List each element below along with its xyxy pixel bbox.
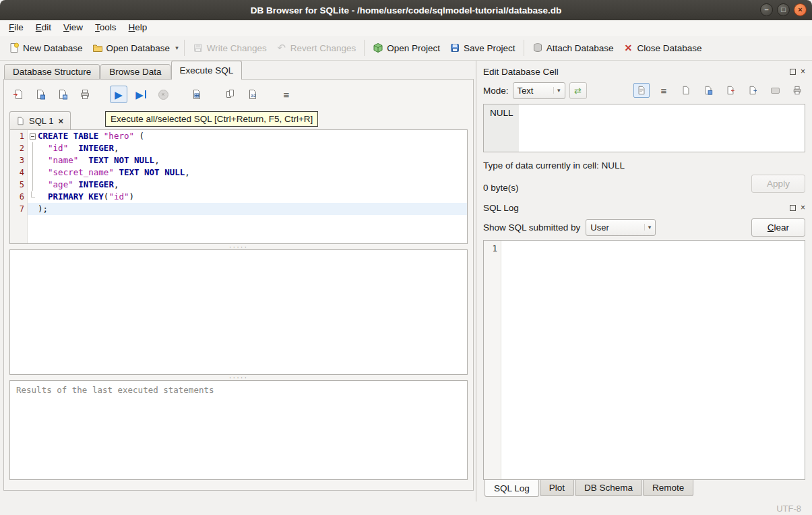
write-changes-button[interactable]: Write Changes [188, 40, 272, 56]
splitter-handle[interactable] [4, 244, 473, 249]
close-window-button[interactable]: × [794, 3, 807, 16]
save-file-cell-button[interactable] [700, 83, 716, 98]
revert-changes-icon: ↶ [276, 42, 287, 53]
swap-arrows-icon: ⇄ [574, 86, 582, 96]
splitter-handle[interactable] [4, 375, 473, 380]
execute-all-button[interactable]: ▶ [110, 86, 127, 103]
save-results-icon [191, 89, 202, 100]
toolbar-separator [364, 40, 365, 56]
close-tab-icon[interactable]: × [57, 116, 64, 126]
execute-line-button[interactable]: ▶ [132, 86, 150, 103]
menu-edit[interactable]: Edit [30, 20, 57, 36]
editor-line[interactable]: 3 "name" TEXT NOT NULL, [10, 154, 467, 166]
menu-file[interactable]: File [3, 20, 30, 36]
close-dock-icon[interactable]: × [801, 68, 805, 75]
tab-browse-data[interactable]: Browse Data [100, 64, 170, 80]
editor-line[interactable]: 5 "age" INTEGER, [10, 179, 467, 191]
tab-db-schema[interactable]: DB Schema [575, 480, 642, 496]
submitter-select[interactable]: User ▾ [586, 219, 656, 236]
copy-results-button[interactable] [222, 86, 239, 103]
sql-log-box[interactable]: 1 [483, 240, 805, 480]
editor-line[interactable]: 2 "id" INTEGER, [10, 142, 467, 154]
save-sql-as-button[interactable] [54, 86, 71, 103]
cell-type-info: Type of data currently in cell: NULL [483, 160, 805, 171]
print-cell-button[interactable] [789, 83, 805, 98]
stop-icon: × [158, 90, 168, 100]
import-cell-button[interactable] [722, 83, 739, 98]
line-number: 1 [10, 130, 28, 142]
open-database-button[interactable]: Open Database [88, 40, 175, 56]
save-project-button[interactable]: Save Project [445, 40, 520, 56]
edit-cell-header: Edit Database Cell × [483, 63, 805, 80]
close-database-button[interactable]: ✕ Close Database [618, 40, 706, 56]
tab-sql-log[interactable]: SQL Log [485, 480, 539, 497]
menu-view[interactable]: View [57, 20, 89, 36]
mode-select[interactable]: Text ▾ [513, 82, 565, 99]
submitter-value: User [590, 222, 608, 233]
auto-complete-button[interactable]: az [244, 86, 261, 103]
minimize-button[interactable]: – [760, 3, 773, 16]
tab-remote[interactable]: Remote [643, 480, 693, 496]
menu-tools[interactable]: Tools [89, 20, 123, 36]
set-null-button[interactable] [767, 83, 783, 98]
titlebar[interactable]: DB Browser for SQLite - /home/user/code/… [0, 0, 812, 20]
code-text: "secret_name" TEXT NOT NULL, [38, 166, 467, 179]
code-text: "name" TEXT NOT NULL, [38, 154, 467, 166]
word-wrap-icon: ≡ [284, 89, 290, 100]
save-results-button[interactable] [188, 86, 206, 103]
fold-marker[interactable] [28, 130, 38, 142]
fold-marker [28, 203, 38, 215]
open-sql-file-button[interactable] [9, 86, 27, 103]
sql-editor[interactable]: 1CREATE TABLE "hero" (2 "id" INTEGER,3 "… [9, 129, 468, 244]
cell-editor[interactable]: NULL [483, 104, 805, 152]
sql-tab-label: SQL 1 [29, 116, 53, 126]
cell-size-info: 0 byte(s) [483, 183, 519, 193]
sql-file-tab[interactable]: SQL 1 × [9, 111, 71, 129]
menu-help[interactable]: Help [123, 20, 154, 36]
mode-label: Mode: [483, 86, 509, 96]
word-wrap-cell-button[interactable]: ≡ [656, 83, 672, 98]
float-dock-icon[interactable] [790, 205, 796, 211]
close-database-icon: ✕ [623, 42, 633, 53]
open-project-button[interactable]: Open Project [368, 40, 445, 56]
export-cell-button[interactable] [745, 83, 761, 98]
tab-execute-sql[interactable]: Execute SQL [171, 61, 243, 80]
edit-cell-toolbar: Mode: Text ▾ ⇄ ≡ [483, 80, 805, 101]
auto-switch-mode-button[interactable]: ⇄ [569, 82, 587, 99]
attach-database-button[interactable]: Attach Database [528, 40, 619, 56]
editor-line[interactable]: 4 "secret_name" TEXT NOT NULL, [10, 166, 467, 179]
apply-button[interactable]: Apply [751, 175, 805, 193]
tab-database-structure[interactable]: Database Structure [4, 64, 100, 80]
new-database-button[interactable]: New Database [4, 40, 88, 56]
close-dock-icon[interactable]: × [801, 204, 805, 211]
open-database-dropdown-arrow[interactable]: ▾ [173, 40, 181, 55]
chevron-down-icon: ▾ [644, 224, 652, 231]
line-number: 4 [10, 166, 28, 179]
print-sql-button[interactable] [76, 86, 94, 103]
maximize-button[interactable]: □ [777, 3, 790, 16]
revert-changes-button[interactable]: ↶ Revert Changes [272, 40, 361, 56]
float-dock-icon[interactable] [790, 69, 796, 75]
word-wrap-button[interactable]: ≡ [278, 86, 295, 103]
execute-all-icon: ▶ [115, 90, 123, 100]
text-mode-button[interactable] [633, 83, 650, 98]
code-text: "age" INTEGER, [38, 179, 467, 191]
open-file-cell-button[interactable] [678, 83, 694, 98]
window-title: DB Browser for SQLite - /home/user/code/… [251, 5, 561, 16]
editor-line[interactable]: 1CREATE TABLE "hero" ( [10, 130, 467, 142]
code-text: ); [38, 203, 467, 215]
clear-button[interactable]: Clear [751, 218, 805, 237]
main-area: Database Structure Browse Data Execute S… [0, 61, 812, 502]
tab-plot[interactable]: Plot [540, 480, 574, 496]
code-text: CREATE TABLE "hero" ( [38, 130, 467, 142]
open-database-icon [92, 42, 103, 53]
mode-value: Text [518, 86, 534, 96]
editor-line[interactable]: 7); [10, 203, 467, 215]
editor-line[interactable]: 6 PRIMARY KEY("id") [10, 191, 467, 203]
export-data-icon [748, 86, 757, 95]
fold-marker [28, 166, 38, 179]
save-sql-file-button[interactable] [32, 86, 49, 103]
stop-button[interactable]: × [154, 86, 172, 103]
save-sql-as-icon [57, 89, 68, 100]
execute-line-icon: ▶ [135, 90, 144, 100]
